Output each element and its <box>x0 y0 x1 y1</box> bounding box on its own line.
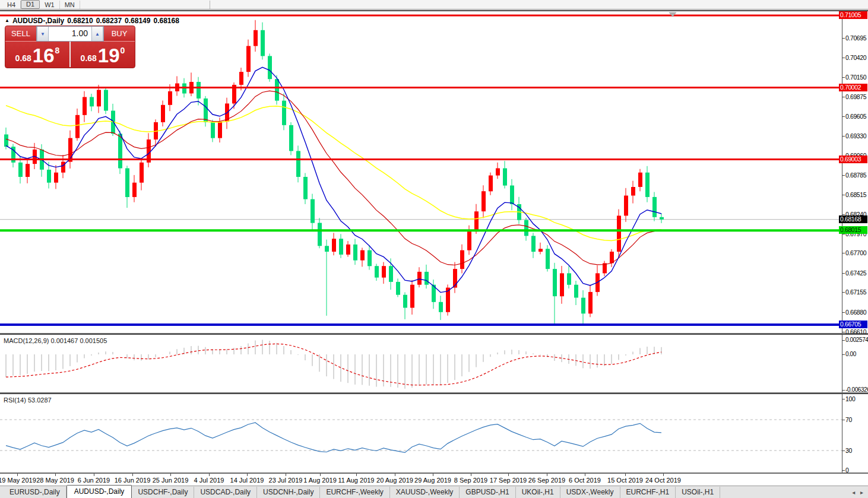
timeframe-button-H4[interactable]: H4 <box>2 1 21 9</box>
date-tick-mark <box>585 474 585 476</box>
price-tick-label: 0.67155 <box>845 288 866 296</box>
date-label[interactable]: 23 Jul 2019 <box>269 477 303 484</box>
date-label[interactable]: 26 Sep 2019 <box>528 477 565 484</box>
candle-body <box>403 295 407 308</box>
rsi-tick-mark <box>842 451 845 451</box>
candle-body <box>489 176 493 192</box>
macd-tick-mark <box>842 354 845 355</box>
price-tick-mark <box>842 136 845 137</box>
candle-body <box>239 72 243 85</box>
chart-tab-eurusd-daily[interactable]: EURUSD-,Daily <box>4 487 66 498</box>
volume-input[interactable]: 1.00 <box>49 27 91 41</box>
macd-chart-surface[interactable] <box>0 335 842 393</box>
rsi-indicator-panel: RSI(14) 53.0287 10070300 <box>0 393 868 473</box>
candle-body <box>410 285 414 308</box>
sell-price-sup: 8 <box>55 46 60 55</box>
toolbar-separator <box>210 1 210 9</box>
candle-body <box>104 90 108 110</box>
price-tick-mark <box>842 195 845 195</box>
chart-tab-usdcnh-daily[interactable]: USDCNH-,Daily <box>257 487 320 498</box>
timeframe-button-W1[interactable]: W1 <box>40 1 60 9</box>
chart-tab-eurchf-h1[interactable]: EURCHF-,H1 <box>620 487 676 498</box>
price-tick-label: 0.68515 <box>845 191 866 198</box>
rsi-tick-label: 30 <box>845 447 852 454</box>
candle-body <box>268 56 272 79</box>
candle-body <box>645 173 650 197</box>
price-tick-label: 0.70420 <box>845 54 866 61</box>
date-tick-mark <box>508 474 509 476</box>
candle-body <box>389 266 393 282</box>
sell-button[interactable]: SELL <box>5 26 36 42</box>
rsi-chart-surface[interactable] <box>0 394 842 473</box>
rsi-line[interactable] <box>6 423 661 452</box>
date-label[interactable]: 28 May 2019 <box>36 477 74 484</box>
price-badge: 0.69003 <box>839 156 867 163</box>
timeframe-button-MN[interactable]: MN <box>60 1 80 9</box>
date-label[interactable]: 1 Aug 2019 <box>303 477 337 484</box>
chart-tab-usoil-h1[interactable]: USOil-,H1 <box>676 487 720 498</box>
chart-symbol-label: AUDUSD-,Daily <box>12 17 64 25</box>
date-label[interactable]: 24 Oct 2019 <box>645 477 681 484</box>
date-tick-mark <box>132 474 133 476</box>
candle-body <box>332 239 336 252</box>
collapse-arrow-icon[interactable]: ▲ <box>5 18 9 23</box>
date-label[interactable]: 16 Jun 2019 <box>115 477 151 484</box>
chart-tab-usdx-weekly[interactable]: USDX-,Weekly <box>560 487 620 498</box>
sell-price[interactable]: 0.68168 <box>5 42 69 67</box>
candle-body <box>631 187 635 196</box>
macd-histogram <box>6 340 661 389</box>
chart-tab-audusd-daily[interactable]: AUDUSD-,Daily <box>66 485 132 498</box>
candle-body <box>168 91 172 105</box>
volume-increase-button[interactable]: ▲ <box>91 27 103 41</box>
candle-body <box>311 199 315 223</box>
chart-tab-eurchf-weekly[interactable]: EURCHF-,Weekly <box>320 487 389 498</box>
sell-price-big: 16 <box>33 47 55 65</box>
date-label[interactable]: 6 Oct 2019 <box>569 477 601 484</box>
price-tick-label: 0.69875 <box>845 93 866 100</box>
date-label[interactable]: 19 May 2019 <box>0 477 36 484</box>
tab-scroll-right-icon[interactable]: ▸ <box>860 489 863 496</box>
date-tick-mark <box>471 474 471 476</box>
buy-price[interactable]: 0.68190 <box>71 42 135 67</box>
timeframe-button-D1[interactable]: D1 <box>21 0 40 9</box>
candle-body <box>439 302 443 312</box>
date-label[interactable]: 17 Sep 2019 <box>490 477 527 484</box>
candle-body <box>360 250 365 261</box>
chart-tab-gbpusd-h1[interactable]: GBPUSD-,H1 <box>460 487 515 498</box>
date-label[interactable]: 8 Sep 2019 <box>454 477 487 484</box>
date-label[interactable]: 6 Jun 2019 <box>78 477 110 484</box>
rsi-tick-mark <box>842 399 845 399</box>
volume-decrease-button[interactable]: ▼ <box>37 27 49 41</box>
date-label[interactable]: 4 Jul 2019 <box>194 477 224 484</box>
candle-body <box>617 215 621 252</box>
ma-line-slow[interactable] <box>6 106 661 241</box>
price-scale[interactable]: 0.709850.706950.704200.701500.698750.696… <box>842 11 868 333</box>
date-label[interactable]: 20 Aug 2019 <box>376 477 413 484</box>
price-tick-label: 0.66880 <box>845 309 866 316</box>
candle-body <box>125 169 129 198</box>
date-tick-mark <box>94 474 94 476</box>
date-tick-mark <box>663 474 664 476</box>
chart-tab-usdcad-daily[interactable]: USDCAD-,Daily <box>194 487 257 498</box>
price-tick-mark <box>842 175 845 176</box>
buy-price-sup: 0 <box>121 46 125 55</box>
chart-tab-xauusd-weekly[interactable]: XAUUSD-,Weekly <box>390 487 460 498</box>
candle-body <box>396 282 400 295</box>
date-axis[interactable]: 19 May 201928 May 20196 Jun 201916 Jun 2… <box>0 473 868 486</box>
candle-body <box>588 292 593 313</box>
date-label[interactable]: 25 Jun 2019 <box>153 477 189 484</box>
rsi-label: RSI(14) 53.0287 <box>4 397 52 404</box>
date-label[interactable]: 15 Oct 2019 <box>607 477 643 484</box>
date-tick-mark <box>625 474 626 476</box>
date-label[interactable]: 14 Jul 2019 <box>230 477 264 484</box>
candle-body <box>574 285 578 298</box>
price-tick-mark <box>842 332 845 332</box>
date-label[interactable]: 11 Aug 2019 <box>338 477 375 484</box>
date-label[interactable]: 29 Aug 2019 <box>414 477 451 484</box>
chart-tab-usdchf-daily[interactable]: USDCHF-,Daily <box>132 487 194 498</box>
price-tick-label: 0.67425 <box>845 269 866 277</box>
date-tick-mark <box>547 474 547 476</box>
chart-tab-ukoil-h1[interactable]: UKOil-,H1 <box>516 487 560 498</box>
tab-scroll-left-icon[interactable]: ◂ <box>852 489 855 496</box>
buy-button[interactable]: BUY <box>104 26 135 42</box>
